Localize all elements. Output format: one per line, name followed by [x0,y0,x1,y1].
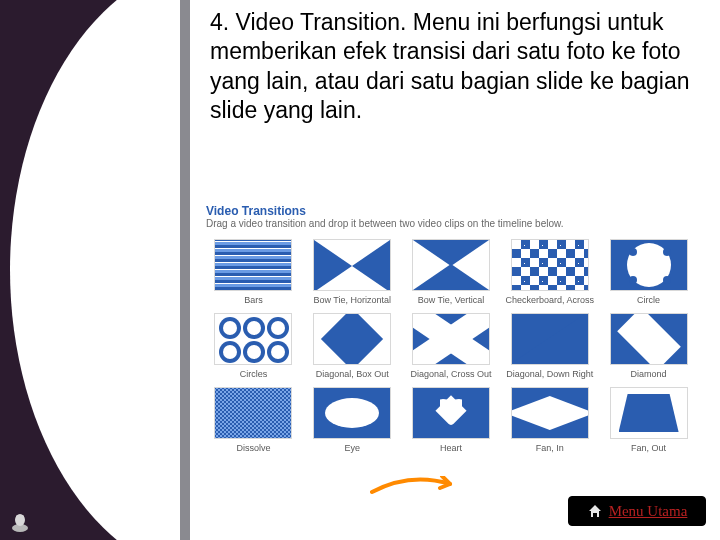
circle-icon [610,239,688,291]
slide-content: 4. Video Transition. Menu ini berfungsi … [210,8,706,126]
transition-label: Heart [440,443,462,453]
heart-icon [412,387,490,439]
diamond2-icon [313,313,391,365]
main-menu-label: Menu Utama [609,503,688,520]
slide-body-text: 4. Video Transition. Menu ini berfungsi … [210,8,706,126]
dissolve-icon [214,387,292,439]
transition-item[interactable]: Fan, Out [603,387,694,453]
transition-item[interactable]: Diamond [603,313,694,379]
transition-item[interactable]: Checkerboard, Across [504,239,595,305]
transition-label: Checkerboard, Across [506,295,595,305]
transition-item[interactable]: Bow Tie, Vertical [406,239,497,305]
transition-item[interactable]: Diagonal, Box Out [307,313,398,379]
cross-icon [412,313,490,365]
transition-label: Fan, In [536,443,564,453]
svg-point-2 [16,515,20,519]
transition-label: Circles [240,369,268,379]
transition-item[interactable]: Eye [307,387,398,453]
panel-subtitle: Drag a video transition and drop it betw… [200,218,702,235]
diamond-icon [610,313,688,365]
transition-label: Fan, Out [631,443,666,453]
transition-item[interactable]: Circle [603,239,694,305]
transition-label: Bars [244,295,263,305]
transition-label: Diamond [631,369,667,379]
transition-label: Bow Tie, Vertical [418,295,485,305]
circles-icon [214,313,292,365]
eye-icon [313,387,391,439]
transition-label: Diagonal, Down Right [506,369,593,379]
main-menu-button[interactable]: Menu Utama [568,496,706,526]
bowtie-h-icon [313,239,391,291]
sidebar-decoration [0,0,190,540]
transition-label: Eye [344,443,360,453]
transition-item[interactable]: Dissolve [208,387,299,453]
transition-item[interactable]: Bow Tie, Horizontal [307,239,398,305]
transition-label: Diagonal, Cross Out [410,369,491,379]
panel-title: Video Transitions [200,202,702,218]
fanin-icon [511,387,589,439]
transition-label: Dissolve [236,443,270,453]
transition-item[interactable]: Circles [208,313,299,379]
home-icon [587,503,603,519]
arrow-decoration [370,476,460,496]
checker-icon [511,239,589,291]
mascot-icon [8,510,32,534]
transitions-panel: Video Transitions Drag a video transitio… [200,202,702,459]
transition-label: Bow Tie, Horizontal [313,295,391,305]
svg-point-3 [20,515,24,519]
bowtie-v-icon [412,239,490,291]
fanout-icon [610,387,688,439]
transition-item[interactable]: Heart [406,387,497,453]
transition-label: Circle [637,295,660,305]
transitions-grid: BarsBow Tie, HorizontalBow Tie, Vertical… [200,235,702,459]
transition-item[interactable]: Bars [208,239,299,305]
bars-icon [214,239,292,291]
transition-item[interactable]: Diagonal, Cross Out [406,313,497,379]
transition-label: Diagonal, Box Out [316,369,389,379]
transition-item[interactable]: Fan, In [504,387,595,453]
transition-item[interactable]: Diagonal, Down Right [504,313,595,379]
diag-icon [511,313,589,365]
